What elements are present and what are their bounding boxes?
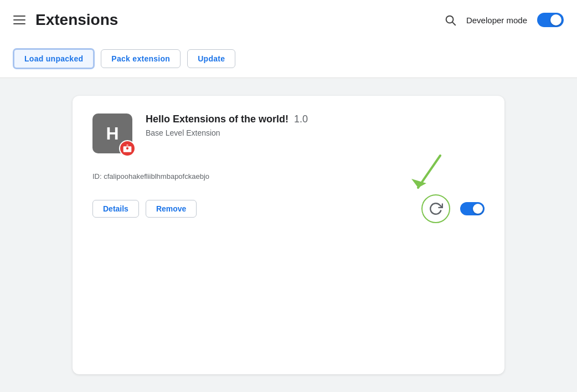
reload-button-wrap [421, 194, 450, 223]
card-bottom: Details Remove [92, 194, 485, 223]
extension-id-row: ID: cfalipoohakefliiblhmbapofckaebjo [92, 171, 485, 181]
card-right [421, 194, 485, 223]
hamburger-icon[interactable] [13, 16, 25, 24]
main-content: H Hello Extensions of the world! 1.0 Ba [0, 78, 577, 392]
extensions-page: Extensions Developer mode Load unpacked … [0, 0, 577, 392]
details-button[interactable]: Details [92, 200, 139, 218]
search-icon[interactable] [444, 14, 456, 26]
card-top: H Hello Extensions of the world! 1.0 Ba [92, 114, 485, 153]
extension-name: Hello Extensions of the world! [146, 114, 288, 125]
svg-line-1 [452, 22, 455, 25]
header: Extensions Developer mode [0, 0, 577, 40]
pack-extension-button[interactable]: Pack extension [101, 49, 181, 68]
developer-mode-label: Developer mode [466, 16, 527, 25]
extension-description: Base Level Extension [146, 128, 485, 137]
toolbar: Load unpacked Pack extension Update [0, 40, 577, 78]
developer-mode-toggle[interactable] [537, 13, 564, 27]
extension-icon-letter: H [106, 123, 119, 144]
extension-icon-wrap: H [92, 114, 132, 153]
extension-name-row: Hello Extensions of the world! 1.0 [146, 114, 485, 125]
header-right: Developer mode [444, 13, 564, 27]
extension-icon-badge [119, 140, 136, 157]
extension-id: ID: cfalipoohakefliiblhmbapofckaebjo [92, 172, 209, 180]
extension-info: Hello Extensions of the world! 1.0 Base … [146, 114, 485, 137]
extension-enabled-toggle[interactable] [460, 202, 485, 215]
update-button[interactable]: Update [187, 49, 235, 68]
extension-card: H Hello Extensions of the world! 1.0 Ba [73, 96, 504, 374]
load-unpacked-button[interactable]: Load unpacked [13, 49, 94, 69]
card-actions: Details Remove [92, 200, 197, 218]
extension-version: 1.0 [294, 114, 308, 125]
remove-button[interactable]: Remove [146, 200, 197, 218]
page-title: Extensions [35, 11, 444, 29]
reload-button[interactable] [421, 194, 450, 223]
